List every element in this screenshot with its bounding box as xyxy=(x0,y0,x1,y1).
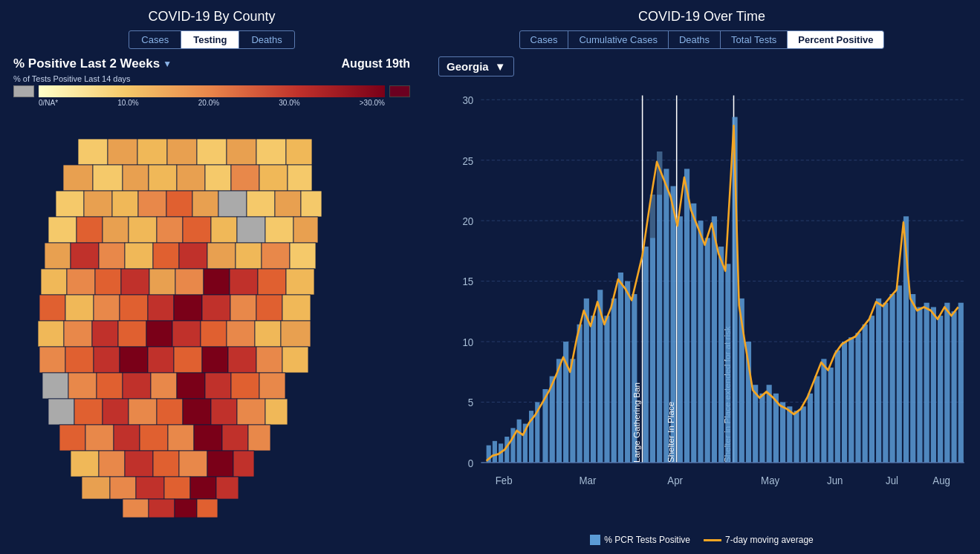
svg-rect-62 xyxy=(174,295,202,321)
svg-rect-18 xyxy=(84,191,112,217)
svg-rect-10 xyxy=(123,165,149,191)
svg-rect-86 xyxy=(282,347,308,373)
svg-rect-99 xyxy=(129,399,157,425)
right-tab-cumulative[interactable]: Cumulative Cases xyxy=(568,31,669,48)
svg-rect-52 xyxy=(175,269,204,295)
svg-rect-64 xyxy=(230,295,256,321)
svg-text:Apr: Apr xyxy=(667,474,683,486)
svg-rect-198 xyxy=(808,394,813,463)
state-name: Georgia xyxy=(447,60,489,73)
svg-rect-111 xyxy=(222,425,248,451)
svg-rect-180 xyxy=(698,221,703,463)
svg-rect-9 xyxy=(93,165,123,191)
svg-rect-164 xyxy=(611,299,617,463)
svg-rect-54 xyxy=(230,269,258,295)
svg-rect-83 xyxy=(202,347,228,373)
svg-rect-208 xyxy=(876,299,881,463)
svg-rect-146 xyxy=(493,441,497,463)
svg-rect-61 xyxy=(148,295,174,321)
right-tab-total-tests[interactable]: Total Tests xyxy=(721,31,788,48)
svg-text:5: 5 xyxy=(468,396,473,408)
svg-rect-116 xyxy=(153,451,179,477)
svg-rect-204 xyxy=(848,337,854,463)
svg-text:0: 0 xyxy=(468,457,473,469)
svg-text:25: 25 xyxy=(462,154,473,167)
tab-cases[interactable]: Cases xyxy=(129,31,181,48)
svg-rect-90 xyxy=(123,373,151,399)
svg-rect-195 xyxy=(787,406,792,463)
state-dropdown[interactable]: Georgia ▼ xyxy=(438,56,514,76)
svg-rect-6 xyxy=(256,139,286,165)
svg-rect-42 xyxy=(179,243,207,269)
svg-rect-55 xyxy=(258,269,286,295)
svg-rect-199 xyxy=(814,377,820,463)
svg-rect-125 xyxy=(216,477,238,499)
svg-rect-178 xyxy=(684,169,689,463)
svg-text:Feb: Feb xyxy=(496,474,513,486)
svg-rect-85 xyxy=(256,347,282,373)
svg-rect-112 xyxy=(248,425,270,451)
svg-rect-51 xyxy=(149,269,175,295)
right-tab-cases[interactable]: Cases xyxy=(520,31,569,48)
svg-rect-196 xyxy=(794,411,799,463)
svg-rect-100 xyxy=(157,399,183,425)
svg-rect-75 xyxy=(255,321,281,347)
tab-deaths[interactable]: Deaths xyxy=(239,31,293,48)
svg-rect-56 xyxy=(286,269,314,295)
svg-rect-209 xyxy=(883,303,888,463)
svg-rect-214 xyxy=(917,307,922,463)
tab-testing[interactable]: Testing xyxy=(181,31,239,48)
right-tab-deaths[interactable]: Deaths xyxy=(669,31,721,48)
svg-rect-109 xyxy=(168,425,194,451)
chart-legend: % PCR Tests Positive 7-day moving averag… xyxy=(435,535,968,545)
svg-rect-65 xyxy=(256,295,282,321)
svg-rect-71 xyxy=(146,321,172,347)
svg-rect-118 xyxy=(207,451,233,477)
svg-rect-63 xyxy=(202,295,230,321)
svg-rect-3 xyxy=(167,139,197,165)
svg-rect-203 xyxy=(842,342,847,463)
svg-rect-105 xyxy=(59,425,85,451)
svg-rect-72 xyxy=(172,321,201,347)
svg-rect-202 xyxy=(835,351,840,463)
svg-rect-122 xyxy=(136,477,164,499)
svg-rect-201 xyxy=(828,368,834,463)
svg-rect-8 xyxy=(63,165,93,191)
svg-rect-216 xyxy=(931,307,936,463)
svg-rect-94 xyxy=(231,373,259,399)
legend-labels: 0/NA* 10.0% 20.0% 30.0% >30.0% xyxy=(13,99,410,107)
svg-rect-158 xyxy=(570,359,575,463)
svg-text:30: 30 xyxy=(462,94,473,106)
chart-svg: 0 5 10 15 20 25 30 xyxy=(435,82,968,532)
svg-rect-84 xyxy=(228,347,256,373)
svg-rect-12 xyxy=(177,165,205,191)
metric-title[interactable]: % Positive Last 2 Weeks ▼ xyxy=(13,56,172,71)
svg-rect-82 xyxy=(174,347,202,373)
svg-rect-40 xyxy=(125,243,153,269)
svg-rect-95 xyxy=(259,373,285,399)
map-wrapper xyxy=(7,111,416,545)
svg-rect-200 xyxy=(821,359,826,463)
svg-rect-150 xyxy=(517,420,522,463)
svg-rect-50 xyxy=(121,269,149,295)
svg-rect-76 xyxy=(281,321,311,347)
svg-rect-4 xyxy=(197,139,227,165)
right-panel-title: COVID-19 Over Time xyxy=(435,9,968,25)
svg-rect-68 xyxy=(64,321,92,347)
svg-rect-194 xyxy=(780,402,785,462)
svg-rect-48 xyxy=(67,269,95,295)
svg-rect-35 xyxy=(265,217,293,243)
legend-title: % of Tests Positive Last 14 days xyxy=(13,74,410,83)
svg-rect-23 xyxy=(218,191,247,217)
svg-rect-67 xyxy=(38,321,64,347)
svg-rect-60 xyxy=(120,295,148,321)
svg-rect-34 xyxy=(237,217,265,243)
georgia-map[interactable] xyxy=(33,131,390,525)
svg-rect-1 xyxy=(108,139,137,165)
right-tab-percent-positive[interactable]: Percent Positive xyxy=(788,31,883,48)
svg-rect-206 xyxy=(863,325,868,463)
svg-rect-207 xyxy=(869,316,874,463)
svg-rect-115 xyxy=(125,451,153,477)
svg-rect-97 xyxy=(74,399,103,425)
svg-text:Aug: Aug xyxy=(932,474,950,486)
